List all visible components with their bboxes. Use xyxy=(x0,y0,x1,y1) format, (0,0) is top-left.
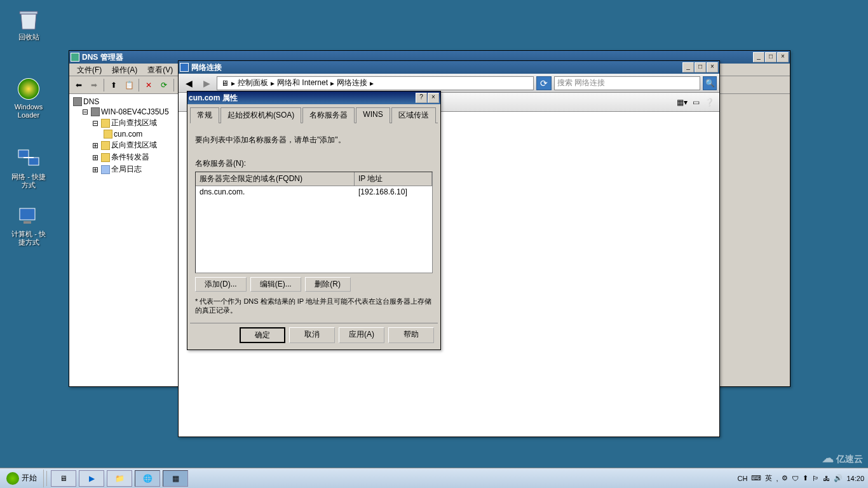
tray-network-icon[interactable]: 🖧 xyxy=(823,475,830,482)
tab-general[interactable]: 常规 xyxy=(190,107,219,123)
search-button[interactable]: 🔍 xyxy=(703,76,717,90)
ime-punct-icon[interactable]: , xyxy=(776,475,778,482)
folder-icon xyxy=(101,153,110,162)
tab-name-servers[interactable]: 名称服务器 xyxy=(302,107,355,123)
col-fqdn[interactable]: 服务器完全限定的域名(FQDN) xyxy=(196,172,355,186)
nav-back-button[interactable]: ◀ xyxy=(181,76,196,90)
tab-soa[interactable]: 起始授权机构(SOA) xyxy=(220,107,301,123)
up-button[interactable]: ⬆ xyxy=(107,78,121,92)
net-app-icon xyxy=(180,63,189,72)
note-text: * 代表一个作为 DNS 检索结果的 IP 地址并且可能不代表在这台服务器上存储… xyxy=(195,297,433,315)
log-icon xyxy=(101,165,110,174)
props-titlebar[interactable]: cun.com 属性 ? × xyxy=(187,92,440,104)
breadcrumb-item[interactable]: 网络连接 xyxy=(336,78,369,88)
tree-reverse-zones[interactable]: ⊞ 反向查找区域 xyxy=(92,139,180,151)
preview-icon[interactable]: ▭ xyxy=(693,98,700,107)
svg-rect-2 xyxy=(18,150,29,158)
ime-option-icon[interactable]: ⚙ xyxy=(782,474,788,482)
collapse-icon[interactable]: ⊟ xyxy=(82,107,90,116)
taskbar-item-network[interactable]: 🌐 xyxy=(135,470,160,487)
tree-global-logs[interactable]: ⊞ 全局日志 xyxy=(92,163,180,175)
refresh-button[interactable]: ⟳ xyxy=(536,76,552,90)
tree-dns-root[interactable]: DNS xyxy=(72,97,180,107)
system-tray: CH ⌨ 英 , ⚙ 🛡 ⬆ 🏳 🖧 🔊 14:20 xyxy=(734,473,868,483)
help-button[interactable]: ? xyxy=(416,93,427,103)
ns-row[interactable]: dns.cun.com. [192.168.6.10] xyxy=(196,186,432,198)
minimize-button[interactable]: _ xyxy=(753,52,764,62)
ns-table-header: 服务器完全限定的域名(FQDN) IP 地址 xyxy=(196,172,432,186)
maximize-button[interactable]: □ xyxy=(695,62,706,72)
server-icon xyxy=(91,107,100,116)
taskbar-item-folder[interactable]: 📁 xyxy=(107,470,132,487)
tab-zone-transfers[interactable]: 区域传送 xyxy=(391,107,436,123)
tree-forward-zones[interactable]: ⊟ 正向查找区域 xyxy=(92,117,180,129)
forward-button[interactable]: ➡ xyxy=(87,78,101,92)
refresh-button[interactable]: ⟳ xyxy=(157,78,171,92)
breadcrumb-item[interactable]: 网络和 Internet xyxy=(276,78,329,88)
net-titlebar[interactable]: 网络连接 _ □ × xyxy=(179,61,719,74)
edit-button[interactable]: 编辑(E)... xyxy=(250,277,301,292)
menu-file[interactable]: 文件(F) xyxy=(72,64,107,76)
back-button[interactable]: ⬅ xyxy=(72,78,86,92)
lang-indicator[interactable]: CH xyxy=(738,475,748,482)
orb-icon xyxy=(16,76,41,102)
zone-properties-dialog: cun.com 属性 ? × 常规 起始授权机构(SOA) 名称服务器 WINS… xyxy=(187,91,441,350)
breadcrumb[interactable]: 🖥 ▸ 控制面板 ▸ 网络和 Internet ▸ 网络连接 ▸ xyxy=(217,76,534,90)
ok-button[interactable]: 确定 xyxy=(240,327,285,343)
delete-button[interactable]: ✕ xyxy=(142,78,156,92)
col-ip[interactable]: IP 地址 xyxy=(355,172,432,186)
nav-forward-button[interactable]: ▶ xyxy=(199,76,214,90)
help-icon[interactable]: ❔ xyxy=(705,98,714,107)
remove-button[interactable]: 删除(R) xyxy=(305,277,351,292)
menu-view[interactable]: 查看(V) xyxy=(142,64,178,76)
name-servers-table[interactable]: 服务器完全限定的域名(FQDN) IP 地址 dns.cun.com. [192… xyxy=(195,172,433,273)
desktop-icon-windows-loader[interactable]: WindowsLoader xyxy=(6,76,51,119)
search-input[interactable]: 搜索 网络连接 xyxy=(554,76,700,90)
lang-en[interactable]: 英 xyxy=(765,473,772,483)
tray-security-icon[interactable]: 🛡 xyxy=(792,475,799,482)
collapse-icon[interactable]: ⊟ xyxy=(92,119,100,128)
expand-icon[interactable]: ⊞ xyxy=(92,141,100,150)
start-orb-icon xyxy=(6,472,19,485)
taskbar-item-powershell[interactable]: ▶ xyxy=(79,470,104,487)
tree-conditional-forwarders[interactable]: ⊞ 条件转发器 xyxy=(92,151,180,163)
apply-button[interactable]: 应用(A) xyxy=(339,327,384,343)
expand-icon[interactable]: ⊞ xyxy=(92,165,100,174)
breadcrumb-item[interactable]: 控制面板 xyxy=(236,78,269,88)
taskbar-item-dns[interactable]: ▦ xyxy=(163,470,188,487)
close-button[interactable]: × xyxy=(428,93,439,103)
tree-zone-cun-com[interactable]: cun.com xyxy=(102,129,180,139)
dns-app-icon xyxy=(71,53,79,62)
tab-wins[interactable]: WINS xyxy=(356,107,390,123)
net-nav-toolbar: ◀ ▶ 🖥 ▸ 控制面板 ▸ 网络和 Internet ▸ 网络连接 ▸ ⟳ 搜… xyxy=(179,74,719,93)
clock[interactable]: 14:20 xyxy=(846,475,864,482)
expand-icon[interactable]: ⊞ xyxy=(92,153,100,162)
taskbar-item-explorer[interactable]: 🖥 xyxy=(51,470,76,487)
dns-tree: DNS ⊟ WIN-08EV4CJ35U5 ⊟ 正向查找区域 cun.com ⊞… xyxy=(69,94,184,386)
menu-action[interactable]: 操作(A) xyxy=(107,64,142,76)
help-button[interactable]: 帮助 xyxy=(388,327,434,343)
network-icon xyxy=(16,146,41,172)
desktop-icon-computer[interactable]: 计算机 - 快捷方式 xyxy=(6,203,51,247)
add-button[interactable]: 添加(D)... xyxy=(195,277,247,292)
ime-icon[interactable]: ⌨ xyxy=(751,474,761,482)
desktop-icon-network[interactable]: 网络 - 快捷方式 xyxy=(6,146,51,189)
desktop-icon-recycle[interactable]: 回收站 xyxy=(6,6,51,41)
minimize-button[interactable]: _ xyxy=(682,62,694,72)
close-button[interactable]: × xyxy=(777,52,789,62)
view-icon[interactable]: ▦▾ xyxy=(677,98,688,107)
tray-sound-icon[interactable]: 🔊 xyxy=(834,474,843,482)
recycle-bin-icon xyxy=(16,6,41,32)
ns-list-label: 名称服务器(N): xyxy=(195,158,433,169)
tray-flag-icon[interactable]: 🏳 xyxy=(812,475,819,482)
cancel-button[interactable]: 取消 xyxy=(289,327,335,343)
taskbar: 开始 🖥 ▶ 📁 🌐 ▦ CH ⌨ 英 , ⚙ 🛡 ⬆ 🏳 🖧 🔊 14:20 xyxy=(0,468,868,488)
breadcrumb-icon: 🖥 xyxy=(220,79,230,88)
show-hide-button[interactable]: 📋 xyxy=(122,78,136,92)
svg-rect-5 xyxy=(20,208,35,220)
start-button[interactable]: 开始 xyxy=(0,470,44,487)
maximize-button[interactable]: □ xyxy=(765,52,776,62)
close-button[interactable]: × xyxy=(707,62,718,72)
tree-server[interactable]: ⊟ WIN-08EV4CJ35U5 xyxy=(82,107,180,117)
tray-updates-icon[interactable]: ⬆ xyxy=(803,474,808,482)
